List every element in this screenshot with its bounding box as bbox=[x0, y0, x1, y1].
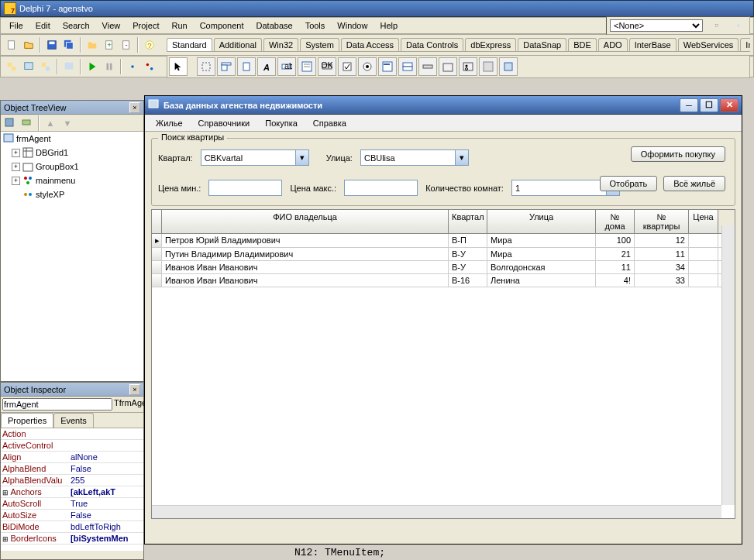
close-icon[interactable]: × bbox=[129, 384, 140, 395]
cell[interactable]: 100 bbox=[596, 234, 635, 247]
menu-tools[interactable]: Tools bbox=[300, 19, 331, 32]
cell[interactable]: 33 bbox=[635, 274, 689, 287]
property-row[interactable]: AutoSizeFalse bbox=[1, 510, 143, 521]
combo-kvartal[interactable]: ▾ bbox=[201, 149, 309, 166]
property-value[interactable]: alNone bbox=[69, 452, 143, 462]
trace-icon[interactable] bbox=[125, 59, 140, 74]
form-menu-item[interactable]: Покупка bbox=[257, 116, 305, 130]
palette-tab[interactable]: InterBase bbox=[629, 38, 677, 51]
form-menu-item[interactable]: Справочники bbox=[191, 116, 258, 130]
menu-run[interactable]: Run bbox=[166, 19, 192, 32]
expand-icon[interactable]: + bbox=[12, 177, 20, 185]
tv-up-icon[interactable]: ▲ bbox=[43, 115, 58, 131]
property-row[interactable]: AlignalNone bbox=[1, 452, 143, 463]
cell[interactable]: В-У bbox=[449, 248, 487, 260]
cell[interactable]: Путин Владимир Владимирович bbox=[162, 248, 449, 260]
tab-properties[interactable]: Properties bbox=[1, 413, 53, 428]
cell[interactable]: Петров Юрий Владимирович bbox=[162, 234, 449, 247]
cell[interactable]: Иванов Иван Иванович bbox=[162, 274, 449, 287]
col-nkv[interactable]: № квартиры bbox=[635, 210, 689, 233]
property-value[interactable]: False bbox=[69, 463, 143, 474]
pal-groupbox-icon[interactable] bbox=[439, 57, 457, 76]
palette-tab[interactable]: Win32 bbox=[263, 38, 298, 51]
addfile-icon[interactable]: + bbox=[102, 37, 117, 53]
ide-menubar[interactable]: File Edit Search View Project Run Compon… bbox=[0, 17, 754, 34]
menu-file[interactable]: File bbox=[4, 19, 29, 32]
menu-search[interactable]: Search bbox=[57, 19, 95, 32]
openproj-icon[interactable] bbox=[84, 37, 100, 53]
menu-view[interactable]: View bbox=[97, 19, 126, 32]
property-row[interactable]: BorderIcons[biSystemMen bbox=[1, 533, 143, 545]
toggle-icon[interactable] bbox=[38, 59, 53, 74]
pal-frames-icon[interactable] bbox=[197, 57, 215, 76]
close-icon[interactable]: × bbox=[129, 102, 140, 113]
tree-node-groupbox[interactable]: + GroupBox1 bbox=[1, 160, 143, 173]
buy-button[interactable]: Оформить покупку bbox=[631, 146, 725, 162]
col-fio[interactable]: ФИО владельца bbox=[162, 210, 449, 233]
cell[interactable]: В-16 bbox=[449, 274, 487, 287]
property-value[interactable]: True bbox=[69, 498, 143, 509]
help-icon[interactable]: ? bbox=[142, 37, 157, 53]
vertical-scrollbar[interactable] bbox=[721, 225, 735, 505]
property-value[interactable] bbox=[69, 440, 143, 451]
removefile-icon[interactable]: - bbox=[119, 37, 134, 53]
palette-tab[interactable]: ADO bbox=[598, 38, 628, 51]
pal-mainmenu-icon[interactable] bbox=[217, 57, 236, 76]
tv-down-icon[interactable]: ▼ bbox=[60, 115, 75, 131]
cell[interactable]: 4! bbox=[596, 274, 635, 287]
edit-pricemin[interactable] bbox=[208, 180, 282, 196]
form-menu-item[interactable]: Справка bbox=[305, 116, 354, 130]
cell[interactable] bbox=[689, 234, 718, 247]
tv-btn1-icon[interactable] bbox=[2, 115, 18, 131]
expand-icon[interactable]: + bbox=[12, 163, 20, 171]
tab-events[interactable]: Events bbox=[53, 413, 94, 428]
table-row[interactable]: Иванов Иван ИвановичВ-УВолгодонская1134 bbox=[152, 261, 735, 274]
property-value[interactable] bbox=[69, 428, 143, 439]
inspector-object-input[interactable] bbox=[2, 398, 112, 411]
property-row[interactable]: AlphaBlendValu255 bbox=[1, 475, 143, 486]
pal-scrollbar-icon[interactable] bbox=[418, 57, 437, 76]
dbgrid[interactable]: ФИО владельца Квартал Улица № дома № ква… bbox=[151, 209, 735, 519]
cell[interactable]: Ленина bbox=[487, 274, 596, 287]
grid-body[interactable]: ▸Петров Юрий ВладимировичВ-ПМира10012Пут… bbox=[152, 234, 735, 287]
cell[interactable]: Мира bbox=[487, 248, 596, 260]
pal-radiobutton-icon[interactable] bbox=[358, 57, 377, 76]
cell[interactable]: В-П bbox=[449, 234, 487, 247]
palette-tab[interactable]: DataSnap bbox=[518, 38, 566, 51]
property-row[interactable]: AutoScrollTrue bbox=[1, 498, 143, 510]
table-row[interactable]: Иванов Иван ИвановичВ-16Ленина4!33 bbox=[152, 274, 735, 287]
property-value[interactable]: [akLeft,akT bbox=[69, 486, 143, 497]
run-icon[interactable] bbox=[84, 59, 100, 74]
menu-project[interactable]: Project bbox=[127, 19, 164, 32]
property-row[interactable]: BiDiModebdLeftToRigh bbox=[1, 521, 143, 533]
pal-radiogroup-icon[interactable] bbox=[459, 57, 477, 76]
palette-tab[interactable]: Int bbox=[740, 38, 750, 51]
tree-root[interactable]: frmAgent bbox=[1, 132, 143, 146]
pal-checkbox-icon[interactable] bbox=[338, 57, 356, 76]
menu-component[interactable]: Component bbox=[195, 19, 250, 32]
newform-icon[interactable] bbox=[61, 59, 77, 74]
all-button[interactable]: Всё жильё bbox=[663, 176, 725, 191]
col-ndoma[interactable]: № дома bbox=[596, 210, 635, 233]
menu-edit[interactable]: Edit bbox=[30, 19, 56, 32]
property-value[interactable]: 255 bbox=[69, 475, 143, 486]
palette-tab[interactable]: BDE bbox=[568, 38, 597, 51]
palette-tabs[interactable]: StandardAdditionalWin32SystemData Access… bbox=[167, 38, 750, 52]
new-icon[interactable] bbox=[4, 37, 19, 53]
palette-tab[interactable]: Data Controls bbox=[401, 38, 463, 51]
pal-listbox-icon[interactable] bbox=[378, 57, 397, 76]
cursor-icon[interactable] bbox=[169, 57, 188, 76]
save-icon[interactable] bbox=[44, 37, 60, 53]
menu-database[interactable]: Database bbox=[251, 19, 298, 32]
grid-header[interactable]: ФИО владельца Квартал Улица № дома № ква… bbox=[152, 210, 735, 234]
horizontal-scrollbar[interactable] bbox=[152, 505, 721, 518]
tree-node-stylexp[interactable]: styleXP bbox=[1, 187, 143, 201]
maximize-button[interactable]: ☐ bbox=[700, 98, 718, 112]
col-ulica[interactable]: Улица bbox=[487, 210, 596, 233]
close-button[interactable]: ✕ bbox=[720, 98, 739, 112]
table-row[interactable]: ▸Петров Юрий ВладимировичВ-ПМира10012 bbox=[152, 234, 735, 248]
pal-edit-icon[interactable]: ab bbox=[277, 57, 296, 76]
chevron-down-icon[interactable]: ▾ bbox=[295, 150, 308, 165]
saveall-icon[interactable] bbox=[61, 37, 77, 53]
cell[interactable] bbox=[689, 274, 718, 287]
